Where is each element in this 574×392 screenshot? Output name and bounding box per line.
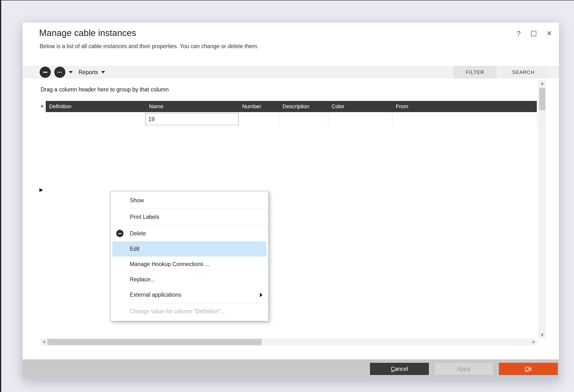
toolbar-left-group: ••• Reports [40,66,105,79]
selected-row-indicator-icon: ▶ [39,187,43,193]
column-header-definition[interactable]: Definition [46,101,146,112]
cable-instances-grid: Definition Name Number Description Color… [46,101,537,126]
more-actions-button[interactable]: ••• [54,67,65,78]
column-header-number[interactable]: Number [239,101,279,112]
window-edge-top [0,0,574,0]
maximize-icon[interactable] [531,31,536,36]
definition-cell [46,112,146,126]
menu-item-label: External applications [130,291,181,298]
number-cell [239,112,279,126]
desktop-background: Manage cable instances Below is a list o… [0,0,574,392]
page-title: Manage cable instances [39,28,136,38]
description-cell [279,112,328,126]
search-button[interactable]: SEARCH [501,66,546,79]
vertical-scrollbar-thumb[interactable] [539,88,545,110]
menu-item-edit[interactable]: Edit [112,241,266,257]
name-cell: 19 [146,112,239,126]
window-controls: ? ✕ [517,29,552,38]
context-menu: Show Print Labels Delete Edit Manage Hoo… [110,191,269,321]
menu-divider [130,209,265,209]
menu-item-label: Print Labels [130,214,159,220]
reports-label: Reports [79,69,98,76]
menu-item-print-labels[interactable]: Print Labels [112,209,266,225]
grid-header: Definition Name Number Description Color… [46,101,537,112]
menu-item-change-value-for-column: Change value for column "Definition"... [112,304,266,319]
color-cell [328,112,392,126]
ellipsis-icon: ••• [57,67,62,78]
submenu-arrow-icon [260,293,263,297]
group-by-hint: Drag a column header here to group by th… [41,86,169,93]
scroll-down-icon[interactable]: ∨ [539,331,546,338]
new-row-indicator-icon: ✳ [40,103,44,109]
menu-divider [130,303,265,303]
dialog-subtitle: Below is a list of all cable instances a… [40,43,258,50]
filter-button[interactable]: FILTER [454,66,496,79]
column-header-name[interactable]: Name [146,101,239,112]
scroll-up-icon[interactable]: ∧ [539,80,546,87]
horizontal-scrollbar-thumb[interactable] [47,339,262,345]
menu-item-show[interactable]: Show [112,193,266,208]
help-icon[interactable]: ? [517,29,521,38]
menu-item-manage-hookup-connections[interactable]: Manage Hookup Connections ... [112,257,266,272]
menu-item-label: Show [130,197,144,204]
ok-button[interactable]: Ok [499,363,558,375]
menu-item-delete[interactable]: Delete [112,226,266,241]
apply-button: Apply [434,363,493,375]
horizontal-scrollbar[interactable]: < > [41,338,537,346]
vertical-scrollbar[interactable]: ∧ ∨ [538,80,546,338]
from-cell [392,112,537,126]
menu-divider [130,225,265,226]
delete-instance-button[interactable] [40,67,51,78]
menu-item-label: Edit [130,246,140,252]
minus-circle-icon [116,230,123,237]
menu-item-label: Replace... [130,276,155,283]
menu-item-replace[interactable]: Replace... [112,272,266,287]
close-icon[interactable]: ✕ [547,29,552,38]
scroll-right-icon[interactable]: > [530,338,537,346]
column-header-color[interactable]: Color [328,101,392,112]
dialog-footer: Cancel Apply Ok [23,359,559,378]
menu-item-external-applications[interactable]: External applications [112,287,266,303]
window-edge-left [0,0,1,392]
menu-item-label: Manage Hookup Connections ... [130,261,210,268]
column-header-description[interactable]: Description [279,101,328,112]
more-actions-caret-icon[interactable] [69,71,73,73]
name-edit-cell[interactable]: 19 [146,113,239,125]
column-header-from[interactable]: From [392,101,537,112]
minus-icon [43,72,47,73]
manage-cable-instances-dialog: Manage cable instances Below is a list o… [22,22,559,379]
scroll-left-icon[interactable]: < [41,338,48,346]
cancel-button[interactable]: Cancel [370,363,429,375]
menu-item-label: Delete [130,230,146,237]
toolbar: ••• Reports FILTER SEARCH [23,66,559,79]
reports-dropdown[interactable]: Reports [79,69,105,76]
grid-edit-row: 19 [46,112,537,126]
menu-item-label: Change value for column "Definition"... [130,308,225,315]
reports-caret-icon [101,71,105,73]
